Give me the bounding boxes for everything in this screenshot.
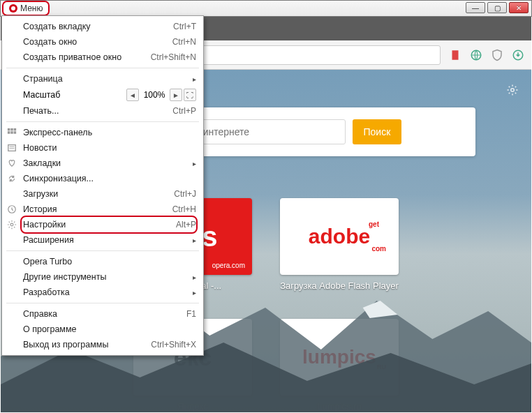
menu-news[interactable]: Новости (2, 140, 203, 156)
menu-speed-dial[interactable]: Экспресс-панель (2, 125, 203, 140)
svg-rect-6 (14, 128, 17, 131)
menu-bookmarks[interactable]: Закладки▸ (2, 156, 203, 171)
menu-developer[interactable]: Разработка▸ (2, 285, 203, 300)
globe-icon[interactable] (470, 49, 482, 61)
menu-button-label: Меню (20, 3, 43, 13)
search-button[interactable]: Поиск (353, 119, 402, 144)
chevron-right-icon: ▸ (193, 160, 196, 167)
sync-icon (6, 173, 17, 184)
minimize-button[interactable]: — (466, 2, 485, 13)
chevron-right-icon: ▸ (193, 75, 196, 83)
menu-help[interactable]: СправкаF1 (2, 306, 203, 322)
chevron-right-icon: ▸ (193, 273, 196, 281)
grid-icon (6, 127, 17, 138)
settings-gear-icon[interactable] (506, 84, 519, 96)
zoom-out-button[interactable]: ◄ (126, 89, 139, 101)
svg-rect-0 (452, 50, 459, 60)
menu-settings[interactable]: НастройкиAlt+P (2, 217, 203, 232)
menu-separator (6, 68, 199, 68)
bookmark-icon[interactable] (449, 49, 461, 61)
zoom-in-button[interactable]: ► (170, 89, 182, 101)
window-titlebar: Меню — ▢ ✕ (0, 0, 532, 17)
svg-rect-4 (8, 128, 10, 131)
menu-new-tab[interactable]: Создать вкладкуCtrl+T (2, 19, 203, 34)
svg-rect-7 (8, 131, 10, 134)
main-menu: Создать вкладкуCtrl+T Создать окноCtrl+N… (1, 15, 204, 356)
svg-rect-9 (14, 131, 17, 134)
chevron-right-icon: ▸ (193, 289, 196, 296)
menu-zoom: Масштаб ◄ 100% ► ⛶ (2, 87, 203, 103)
menu-new-window[interactable]: Создать окноCtrl+N (2, 34, 203, 50)
svg-rect-5 (10, 128, 13, 131)
menu-print[interactable]: Печать...Ctrl+P (2, 103, 203, 119)
window-controls: — ▢ ✕ (466, 2, 529, 13)
zoom-value: 100% (140, 90, 168, 100)
menu-about[interactable]: О программе (2, 322, 203, 337)
svg-point-14 (10, 223, 13, 226)
zoom-fullscreen-button[interactable]: ⛶ (184, 89, 196, 101)
svg-point-3 (511, 89, 515, 92)
menu-separator (6, 250, 199, 251)
menu-other-tools[interactable]: Другие инструменты▸ (2, 269, 203, 285)
svg-rect-8 (10, 131, 13, 134)
tile-thumbnail: get adobe com (280, 198, 399, 275)
gear-icon (6, 219, 17, 230)
menu-downloads[interactable]: ЗагрузкиCtrl+J (2, 186, 203, 202)
menu-new-private-window[interactable]: Создать приватное окноCtrl+Shift+N (2, 50, 203, 65)
chevron-right-icon: ▸ (193, 236, 196, 244)
maximize-button[interactable]: ▢ (487, 2, 507, 13)
menu-page[interactable]: Страница▸ (2, 71, 203, 87)
menu-sync[interactable]: Синхронизация... (2, 171, 203, 186)
menu-button[interactable]: Меню (2, 1, 50, 16)
news-icon (6, 142, 17, 153)
svg-rect-10 (8, 145, 16, 151)
menu-history[interactable]: ИсторияCtrl+H (2, 202, 203, 217)
history-icon (6, 204, 17, 215)
menu-opera-turbo[interactable]: Opera Turbo (2, 254, 203, 269)
menu-extensions[interactable]: Расширения▸ (2, 232, 203, 248)
shield-icon[interactable] (491, 49, 503, 61)
download-icon[interactable] (512, 49, 524, 61)
heart-icon (6, 158, 17, 169)
close-button[interactable]: ✕ (509, 2, 529, 13)
opera-icon (9, 4, 17, 13)
menu-exit[interactable]: Выход из программыCtrl+Shift+X (2, 337, 203, 352)
menu-separator (6, 303, 199, 303)
menu-separator (6, 121, 199, 122)
